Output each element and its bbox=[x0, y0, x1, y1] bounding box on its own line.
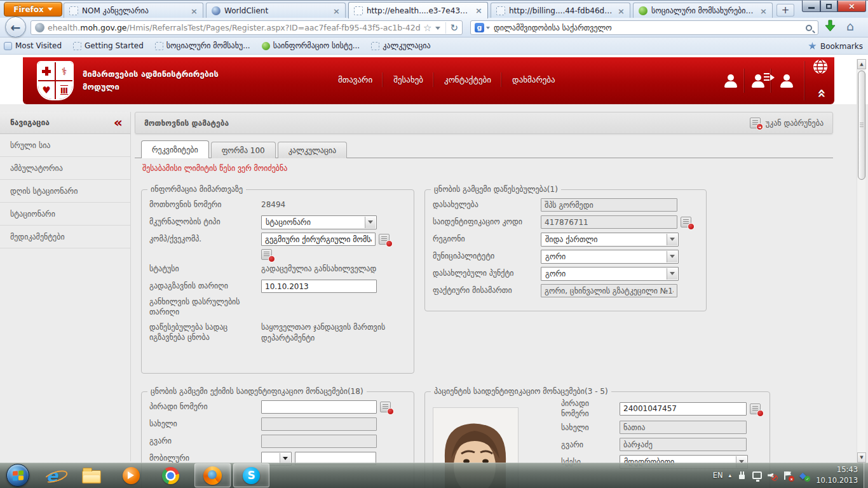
url-text[interactable]: ehealth.moh.gov.ge/Hmis/ReferralsTest/Pa… bbox=[48, 23, 421, 32]
nav-contacts[interactable]: კონტაქტები bbox=[433, 72, 501, 87]
volume-muted-icon[interactable] bbox=[768, 471, 777, 480]
reload-icon[interactable]: ↻ bbox=[445, 22, 458, 34]
patient-fields: პირადი ნომერი სახელი გვარი სქესი მდე bbox=[561, 398, 762, 470]
taskbar-skype-active[interactable]: S bbox=[233, 463, 269, 487]
close-button[interactable]: × bbox=[837, 1, 866, 12]
power-icon[interactable] bbox=[737, 471, 747, 480]
taskbar-internet-explorer[interactable]: e bbox=[42, 466, 62, 485]
taskbar-chrome[interactable] bbox=[160, 466, 180, 485]
show-desktop-button[interactable] bbox=[864, 463, 868, 488]
patient-first-name-input[interactable] bbox=[620, 421, 747, 434]
sidebar-item-ambulatory[interactable]: ამბულატორია bbox=[0, 157, 130, 180]
patient-last-name-input[interactable] bbox=[620, 438, 747, 451]
patient-lookup-icon[interactable] bbox=[750, 403, 761, 414]
tray-expand-icon[interactable]: ▴ bbox=[729, 472, 732, 478]
doctor-lookup-icon[interactable] bbox=[380, 402, 391, 412]
maximize-button[interactable] bbox=[820, 1, 837, 12]
institution-name-input[interactable] bbox=[541, 198, 677, 212]
tab-form-100[interactable]: ფორმა 100 bbox=[211, 142, 276, 158]
tab-calculation[interactable]: კალკულაცია bbox=[278, 142, 347, 158]
municipality-select[interactable]: გორი bbox=[541, 250, 679, 264]
downloads-button[interactable] bbox=[825, 20, 836, 34]
language-indicator[interactable]: EN bbox=[713, 471, 723, 480]
url-bar[interactable]: ehealth.moh.gov.ge/Hmis/ReferralsTest/Pa… bbox=[31, 20, 463, 35]
new-tab-button[interactable]: + bbox=[776, 4, 794, 17]
search-magnifier-icon[interactable] bbox=[806, 25, 812, 31]
profile-button[interactable] bbox=[717, 69, 744, 93]
sidebar-item-day-hospital[interactable]: დღის სტაციონარი bbox=[0, 180, 130, 203]
send-date-input[interactable] bbox=[261, 280, 377, 293]
browser-tab-ehealth-active[interactable]: http://ehealth....e3-7e43813eb2e6 × bbox=[348, 2, 488, 18]
url-dropdown-icon[interactable] bbox=[435, 27, 440, 32]
bookmark-star-icon[interactable]: ☆ bbox=[423, 22, 431, 34]
browser-tab-nom[interactable]: NOM კანცელარია × bbox=[64, 3, 203, 18]
scrollbar-thumb[interactable] bbox=[858, 71, 865, 180]
network-icon[interactable] bbox=[752, 471, 762, 479]
tab-close-button[interactable]: × bbox=[475, 6, 482, 15]
search-bar[interactable]: g დილამშვიდობისა საქართველო bbox=[470, 20, 818, 35]
search-engine-dropdown-icon[interactable] bbox=[486, 27, 490, 31]
sidebar-collapse-button[interactable]: « bbox=[114, 116, 123, 129]
doctor-personal-number-input[interactable] bbox=[261, 400, 377, 414]
logout-button[interactable] bbox=[771, 69, 797, 93]
identification-code-input[interactable] bbox=[541, 215, 677, 229]
component-clear-icon[interactable] bbox=[261, 249, 272, 260]
language-globe-button[interactable] bbox=[813, 59, 828, 74]
home-button[interactable]: ⌂ bbox=[846, 19, 854, 33]
taskbar-media-player[interactable] bbox=[121, 466, 141, 485]
bookmark-most-visited[interactable]: Most Visited bbox=[4, 41, 62, 50]
scroll-up-button[interactable]: ▲ bbox=[857, 59, 866, 69]
taskbar-explorer[interactable] bbox=[81, 466, 102, 485]
start-button[interactable] bbox=[6, 464, 29, 487]
tab-close-button[interactable]: × bbox=[618, 6, 625, 16]
google-search-icon[interactable]: g bbox=[475, 23, 484, 32]
component-input[interactable] bbox=[261, 233, 376, 246]
code-lookup-icon[interactable] bbox=[681, 217, 691, 227]
bookmark-getting-started[interactable]: Getting Started bbox=[73, 41, 144, 50]
select-arrow-icon[interactable] bbox=[365, 217, 376, 228]
doctor-last-name-input[interactable] bbox=[261, 435, 377, 448]
tab-close-button[interactable]: × bbox=[191, 6, 198, 16]
select-arrow-icon[interactable] bbox=[667, 234, 677, 245]
nav-help[interactable]: დახმარება bbox=[501, 72, 566, 87]
nav-about[interactable]: შესახებ bbox=[383, 72, 433, 87]
minimize-button[interactable] bbox=[802, 1, 820, 12]
doctor-first-name-input[interactable] bbox=[261, 417, 377, 431]
sidebar-item-medications[interactable]: მედიკამენტები bbox=[0, 226, 130, 248]
bookmark-info-system[interactable]: საინფორმაციო სისტე... bbox=[262, 41, 360, 50]
nav-home[interactable]: მთავარი bbox=[328, 72, 383, 87]
tab-close-button[interactable]: × bbox=[333, 6, 340, 16]
taskbar-clock[interactable]: 15:43 10.10.2013 bbox=[816, 464, 858, 485]
browser-tab-social-service[interactable]: სოციალური მომსახურების საა... × bbox=[633, 3, 773, 18]
action-center-icon[interactable]: x bbox=[783, 471, 792, 480]
region-select[interactable]: შიდა ქართლი bbox=[541, 233, 679, 247]
browser-tab-worldclient[interactable]: WorldClient × bbox=[206, 3, 346, 18]
treatment-type-select[interactable]: სტაციონარი bbox=[261, 215, 377, 229]
firefox-menu-button[interactable]: Firefox bbox=[4, 2, 62, 17]
search-input[interactable]: დილამშვიდობისა საქართველო bbox=[494, 24, 806, 32]
back-button[interactable]: ← bbox=[5, 17, 26, 37]
go-back-icon: ◄ bbox=[750, 118, 761, 128]
component-lookup-icon[interactable] bbox=[379, 234, 390, 245]
select-arrow-icon[interactable] bbox=[667, 251, 677, 262]
settlement-select[interactable]: გორი bbox=[541, 267, 679, 281]
dropbox-icon[interactable]: ◆✓ bbox=[798, 471, 808, 480]
bookmarks-menu-button[interactable]: Bookmarks bbox=[808, 37, 863, 55]
site-identity-icon[interactable] bbox=[35, 23, 44, 32]
go-back-link[interactable]: ◄ უკან დაბრუნება bbox=[750, 118, 824, 128]
page-scrollbar[interactable]: ▲ ▼ bbox=[857, 59, 865, 463]
bookmark-calculation[interactable]: კალკულაცია bbox=[371, 41, 430, 50]
scroll-down-button[interactable]: ▼ bbox=[857, 452, 866, 463]
taskbar-firefox-active[interactable] bbox=[194, 463, 231, 487]
patient-personal-number-input[interactable] bbox=[620, 402, 747, 416]
sidebar-item-hospital[interactable]: სტაციონარი bbox=[0, 203, 130, 226]
user-list-button[interactable] bbox=[744, 69, 771, 93]
tab-close-button[interactable]: × bbox=[760, 6, 767, 16]
select-arrow-icon[interactable] bbox=[667, 268, 677, 280]
collapse-header-button[interactable]: « bbox=[815, 89, 831, 98]
tab-requisites[interactable]: რეკვიზიტები bbox=[141, 140, 209, 158]
actual-address-input[interactable] bbox=[541, 284, 677, 297]
bookmark-social-service[interactable]: სოციალური მომსახუ... bbox=[155, 41, 250, 50]
browser-tab-billing[interactable]: http://billing....44-fdb46d45c493 × bbox=[491, 3, 630, 18]
sidebar-item-full-list[interactable]: სრული სია bbox=[0, 134, 130, 157]
